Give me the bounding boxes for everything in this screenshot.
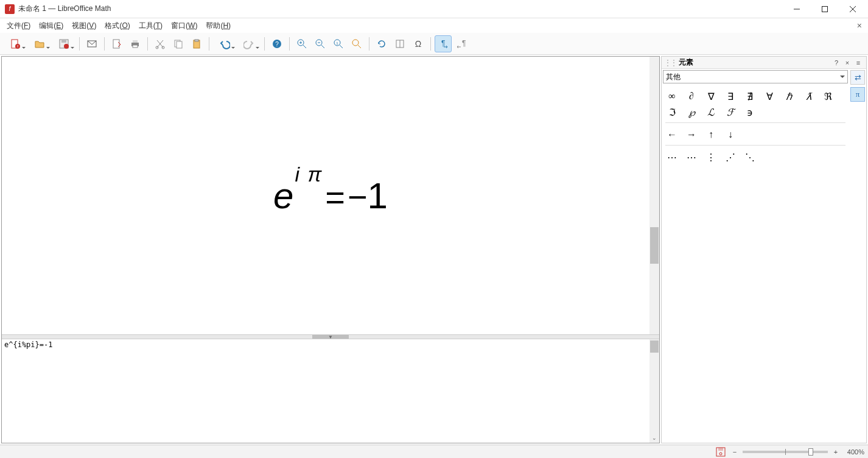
- svg-rect-20: [195, 40, 198, 41]
- formula-preview[interactable]: e i π = − 1: [2, 57, 659, 334]
- copy-button[interactable]: [170, 35, 187, 52]
- menu-view[interactable]: 视图(V): [68, 18, 100, 33]
- rtl-button[interactable]: ¶: [453, 35, 470, 52]
- svg-rect-41: [718, 448, 723, 451]
- element-lambdabar[interactable]: ƛ: [803, 91, 814, 102]
- zoom-out-button[interactable]: [312, 35, 329, 52]
- element-nabla[interactable]: ∇: [705, 91, 716, 102]
- element-dots-low[interactable]: ⋯: [667, 152, 677, 163]
- element-backepsilon[interactable]: ϶: [744, 107, 755, 118]
- minimize-button[interactable]: [783, 0, 811, 18]
- menu-tools[interactable]: 工具(T): [135, 18, 167, 33]
- zoom-slider[interactable]: [743, 451, 828, 453]
- element-dots-down[interactable]: ⋱: [744, 152, 755, 163]
- app-icon: f: [5, 4, 15, 14]
- svg-line-31: [340, 45, 343, 48]
- rendered-formula: e i π = − 1: [273, 175, 388, 217]
- panel-menu-icon[interactable]: ≡: [853, 59, 864, 66]
- element-partial[interactable]: ∂: [686, 91, 697, 102]
- element-dots-axis[interactable]: ⋯: [686, 152, 697, 163]
- element-laplace[interactable]: ℒ: [705, 107, 716, 118]
- menu-format[interactable]: 格式(O): [100, 18, 134, 33]
- editor-scroll-thumb[interactable]: [650, 340, 659, 353]
- sidebar-properties-icon[interactable]: ⇄: [850, 70, 865, 85]
- symbols-button[interactable]: Ω: [410, 35, 427, 52]
- category-select[interactable]: 其他: [663, 70, 848, 83]
- refresh-button[interactable]: [373, 35, 390, 52]
- panel-grip-icon[interactable]: ⋮⋮: [664, 58, 676, 67]
- scroll-down-icon[interactable]: ⌄: [649, 433, 659, 443]
- element-arrow-up[interactable]: ↑: [705, 129, 716, 140]
- toolbar-separator: [104, 37, 105, 51]
- splitter[interactable]: ▼: [2, 334, 659, 339]
- svg-rect-14: [133, 45, 138, 48]
- undo-button[interactable]: [213, 35, 236, 52]
- menubar-close-icon[interactable]: ×: [853, 21, 866, 30]
- menu-edit[interactable]: 编辑(E): [35, 18, 68, 33]
- zoom-in-button[interactable]: [293, 35, 310, 52]
- toolbar-separator: [209, 37, 209, 51]
- sidebar-elements-icon[interactable]: π: [850, 87, 865, 102]
- element-fourier[interactable]: ℱ: [725, 107, 736, 118]
- new-button[interactable]: f: [4, 35, 27, 52]
- close-button[interactable]: [839, 0, 867, 18]
- formula-base: e: [273, 175, 293, 217]
- toolbar: f ? 1 Ω ¶ ¶: [0, 33, 868, 55]
- open-button[interactable]: [28, 35, 51, 52]
- svg-text:Ω: Ω: [415, 39, 421, 49]
- window-title: 未命名 1 — LibreOffice Math: [18, 4, 111, 14]
- paste-button[interactable]: [188, 35, 205, 52]
- element-arrow-right[interactable]: →: [686, 129, 697, 140]
- zoom-fit-button[interactable]: [348, 35, 365, 52]
- svg-rect-18: [177, 41, 182, 48]
- element-arrow-left[interactable]: ←: [667, 129, 677, 140]
- formula-cursor-button[interactable]: [391, 35, 408, 52]
- element-notexists[interactable]: ∄: [744, 91, 755, 102]
- export-pdf-button[interactable]: [108, 35, 125, 52]
- mail-button[interactable]: [83, 35, 100, 52]
- svg-point-33: [352, 40, 359, 46]
- menu-file[interactable]: 文件(F): [2, 18, 35, 33]
- zoom-out-status[interactable]: −: [730, 448, 739, 456]
- svg-text:¶: ¶: [462, 39, 466, 48]
- panel-title: 元素: [679, 57, 693, 68]
- formula-input[interactable]: [2, 339, 649, 443]
- print-button[interactable]: [127, 35, 144, 52]
- help-button[interactable]: ?: [268, 35, 285, 52]
- element-dots-up[interactable]: ⋰: [725, 152, 736, 163]
- zoom-slider-thumb[interactable]: [808, 448, 813, 456]
- panel-close-icon[interactable]: ×: [842, 59, 853, 66]
- element-dots-vert[interactable]: ⋮: [705, 152, 716, 163]
- menu-help[interactable]: 帮助(H): [201, 18, 235, 33]
- redo-button[interactable]: [237, 35, 261, 52]
- menubar: 文件(F) 编辑(E) 视图(V) 格式(O) 工具(T) 窗口(W) 帮助(H…: [0, 18, 868, 33]
- element-exists[interactable]: ∃: [725, 91, 736, 102]
- workspace: e i π = − 1 ▼ ⌃ ⌄: [0, 55, 868, 445]
- splitter-grip-icon: ▼: [312, 335, 349, 339]
- statusbar-save-icon[interactable]: [716, 447, 726, 457]
- element-infinity[interactable]: ∞: [667, 91, 677, 102]
- element-hbar[interactable]: ℏ: [783, 91, 794, 102]
- save-button[interactable]: [52, 35, 75, 52]
- cut-button[interactable]: [152, 35, 169, 52]
- svg-rect-1: [822, 6, 828, 12]
- zoom-100-button[interactable]: 1: [330, 35, 347, 52]
- svg-point-42: [719, 453, 722, 455]
- preview-scroll-thumb[interactable]: [650, 227, 659, 264]
- preview-scrollbar[interactable]: [649, 57, 659, 334]
- menu-window[interactable]: 窗口(W): [167, 18, 201, 33]
- statusbar: − + 400%: [0, 445, 868, 458]
- svg-rect-8: [61, 40, 66, 43]
- element-forall[interactable]: ∀: [764, 91, 775, 102]
- ltr-button[interactable]: ¶: [435, 35, 452, 52]
- element-arrow-down[interactable]: ↓: [725, 129, 736, 140]
- maximize-button[interactable]: [811, 0, 839, 18]
- zoom-level[interactable]: 400%: [840, 448, 866, 456]
- element-re[interactable]: ℜ: [822, 91, 833, 102]
- zoom-in-status[interactable]: +: [831, 448, 840, 456]
- element-wp[interactable]: ℘: [686, 107, 697, 118]
- panel-help-icon[interactable]: ?: [831, 59, 842, 66]
- formula-superscript: i π: [295, 163, 323, 186]
- element-im[interactable]: ℑ: [667, 107, 677, 118]
- editor-scrollbar[interactable]: ⌃ ⌄: [649, 339, 659, 443]
